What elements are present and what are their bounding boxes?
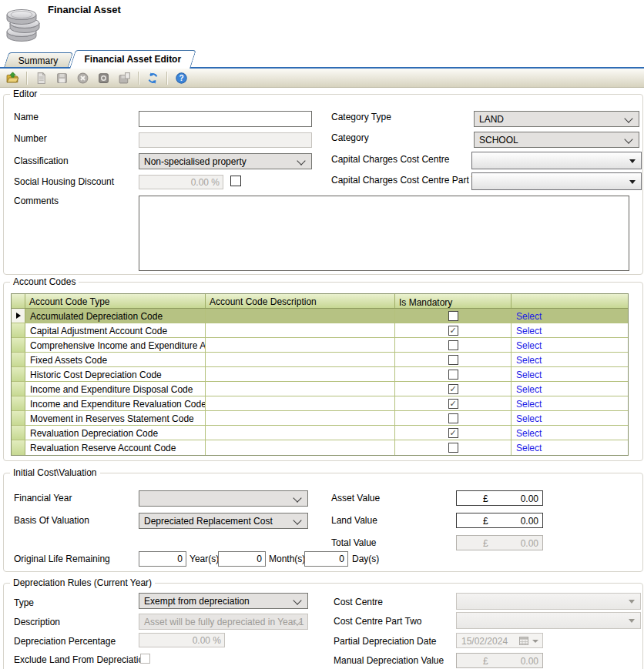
refresh-button[interactable] bbox=[146, 71, 159, 85]
grid-header-action[interactable] bbox=[512, 294, 628, 308]
land-value-label: Land Value bbox=[331, 516, 377, 526]
help-button[interactable]: ? bbox=[174, 71, 188, 85]
capital-charges-cost-centre-part-two-combobox[interactable] bbox=[471, 172, 642, 190]
record-icon bbox=[97, 72, 110, 85]
is-mandatory-checkbox[interactable] bbox=[448, 355, 458, 365]
number-label: Number bbox=[14, 134, 47, 144]
table-row[interactable]: Revaluation Depreciation Code Select bbox=[12, 426, 628, 440]
is-mandatory-cell bbox=[395, 382, 512, 396]
select-link[interactable]: Select bbox=[512, 440, 628, 455]
social-housing-discount-input: 0.00 % bbox=[139, 175, 223, 189]
table-row[interactable]: Accumulated Depreciation Code Select bbox=[12, 309, 628, 323]
is-mandatory-checkbox[interactable] bbox=[448, 443, 458, 453]
save-close-button[interactable] bbox=[117, 71, 131, 85]
new-document-button[interactable] bbox=[34, 71, 48, 85]
select-link[interactable]: Select bbox=[512, 426, 628, 440]
grid-header-mandatory[interactable]: Is Mandatory bbox=[395, 294, 512, 308]
refresh-icon bbox=[146, 72, 159, 85]
type-combobox[interactable]: Exempt from depreciation bbox=[139, 593, 308, 609]
save-button[interactable] bbox=[55, 71, 69, 85]
partial-depreciation-date-value: 15/02/2024 bbox=[461, 636, 508, 647]
help-icon: ? bbox=[175, 72, 188, 85]
select-link[interactable]: Select bbox=[512, 396, 628, 410]
row-selector-cell[interactable] bbox=[12, 353, 25, 366]
row-selector-cell[interactable] bbox=[12, 367, 25, 381]
asset-value-amount: 0.00 bbox=[521, 493, 538, 504]
is-mandatory-checkbox[interactable] bbox=[448, 428, 458, 438]
table-row[interactable]: Capital Adjustment Account Code Select bbox=[12, 323, 628, 338]
select-link[interactable]: Select bbox=[512, 338, 628, 352]
land-value-input[interactable]: £ 0.00 bbox=[456, 513, 543, 528]
account-code-type-cell: Income and Expenditure Revaluation Code bbox=[25, 396, 206, 410]
financial-year-combobox[interactable] bbox=[139, 490, 308, 507]
tab-summary[interactable]: Summary bbox=[4, 52, 73, 68]
grid-header-type[interactable]: Account Code Type bbox=[25, 294, 206, 308]
select-link[interactable]: Select bbox=[512, 323, 628, 337]
row-selector-cell[interactable] bbox=[12, 411, 25, 425]
is-mandatory-checkbox[interactable] bbox=[448, 384, 458, 394]
years-input[interactable]: 0 bbox=[139, 551, 186, 567]
table-row[interactable]: Fixed Assets Code Select bbox=[12, 353, 628, 367]
category-type-combobox[interactable]: LAND bbox=[474, 111, 639, 127]
is-mandatory-checkbox[interactable] bbox=[448, 326, 458, 336]
table-row[interactable]: Movement in Reserves Statement Code Sele… bbox=[12, 411, 628, 426]
toolbar-separator bbox=[166, 72, 167, 85]
total-value-input: £ 0.00 bbox=[456, 535, 543, 550]
row-selector-cell[interactable] bbox=[12, 338, 25, 352]
tab-financial-asset-editor[interactable]: Financial Asset Editor bbox=[69, 50, 196, 69]
row-selector-cell[interactable] bbox=[12, 396, 25, 410]
days-unit-label: Day(s) bbox=[352, 554, 379, 564]
grid-header-description[interactable]: Account Code Description bbox=[206, 294, 395, 308]
cancel-button[interactable] bbox=[75, 71, 89, 85]
select-link[interactable]: Select bbox=[512, 309, 628, 323]
category-combobox[interactable]: SCHOOL bbox=[474, 132, 639, 148]
classification-combobox[interactable]: Non-specialised property bbox=[139, 153, 312, 169]
social-housing-discount-checkbox[interactable] bbox=[230, 176, 241, 186]
select-link[interactable]: Select bbox=[512, 367, 628, 381]
select-link[interactable]: Select bbox=[512, 353, 628, 366]
table-row[interactable]: Revaluation Reserve Account Code Select bbox=[12, 440, 628, 455]
name-input[interactable] bbox=[139, 111, 312, 127]
is-mandatory-checkbox[interactable] bbox=[448, 311, 458, 321]
row-selector-cell[interactable] bbox=[12, 440, 25, 455]
cost-centre-combobox bbox=[456, 593, 641, 610]
select-link[interactable]: Select bbox=[512, 382, 628, 396]
chevron-down-icon bbox=[624, 114, 632, 122]
is-mandatory-cell bbox=[395, 323, 512, 337]
is-mandatory-checkbox[interactable] bbox=[448, 370, 458, 380]
table-row[interactable]: Comprehensive Income and Expenditure Ac … bbox=[12, 338, 628, 353]
comments-textarea[interactable] bbox=[139, 196, 629, 271]
basis-of-valuation-combobox[interactable]: Depreciated Replacement Cost bbox=[139, 513, 308, 529]
months-input[interactable]: 0 bbox=[218, 551, 266, 567]
account-code-description-cell bbox=[206, 440, 395, 455]
is-mandatory-checkbox[interactable] bbox=[448, 413, 458, 423]
type-label: Type bbox=[14, 598, 34, 608]
is-mandatory-cell bbox=[395, 426, 512, 440]
type-value: Exempt from depreciation bbox=[144, 596, 250, 607]
capital-charges-cost-centre-combobox[interactable] bbox=[471, 152, 642, 169]
row-selector-cell[interactable] bbox=[12, 382, 25, 396]
depreciation-rules-legend: Depreciation Rules (Current Year) bbox=[10, 577, 155, 588]
months-unit-label: Month(s) bbox=[269, 554, 305, 564]
dropdown-triangle-icon bbox=[629, 180, 636, 184]
table-row[interactable]: Income and Expenditure Disposal Code Sel… bbox=[12, 382, 628, 396]
is-mandatory-checkbox[interactable] bbox=[448, 340, 458, 350]
open-folder-button[interactable] bbox=[5, 71, 19, 85]
row-selector-cell[interactable] bbox=[12, 309, 25, 323]
is-mandatory-checkbox[interactable] bbox=[448, 399, 458, 409]
days-input[interactable]: 0 bbox=[304, 551, 348, 567]
record-button[interactable] bbox=[96, 71, 110, 85]
open-folder-icon bbox=[6, 72, 19, 85]
tab-editor-label: Financial Asset Editor bbox=[73, 51, 193, 69]
table-row[interactable]: Income and Expenditure Revaluation Code … bbox=[12, 396, 628, 411]
manual-depreciation-amount: 0.00 bbox=[521, 656, 538, 667]
select-link[interactable]: Select bbox=[512, 411, 628, 425]
description-combobox: Asset will be fully depreciated in Year … bbox=[139, 614, 308, 630]
social-housing-discount-label: Social Housing Discount bbox=[14, 177, 114, 187]
is-mandatory-cell bbox=[395, 367, 512, 381]
table-row[interactable]: Historic Cost Depreciation Code Select bbox=[12, 367, 628, 382]
currency-symbol: £ bbox=[483, 516, 488, 527]
row-selector-cell[interactable] bbox=[12, 323, 25, 337]
asset-value-input[interactable]: £ 0.00 bbox=[456, 490, 543, 506]
row-selector-cell[interactable] bbox=[12, 426, 25, 440]
